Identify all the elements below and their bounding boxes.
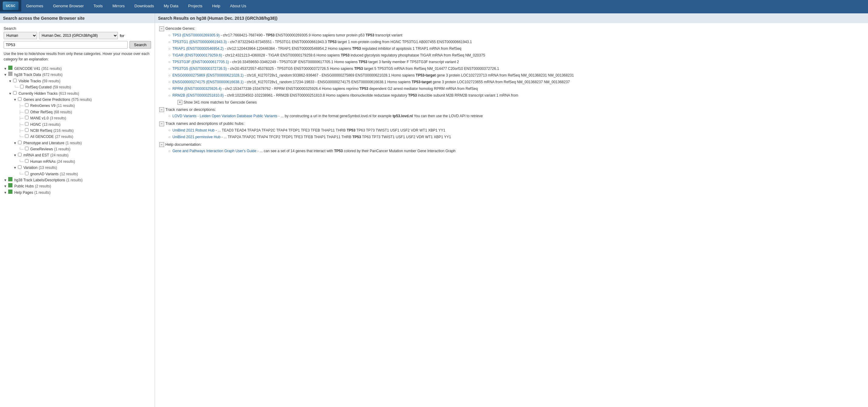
tree-toggle[interactable]: ▼: [4, 183, 7, 189]
link-triap1[interactable]: TRIAP1 (ENST00000546954.2): [172, 46, 224, 51]
collapse-help-docs[interactable]: −: [159, 142, 164, 147]
all-gencode-checkbox[interactable]: [25, 134, 29, 138]
collapse-gencode-genes[interactable]: −: [159, 26, 164, 31]
tree-toggle[interactable]: ▼: [8, 78, 12, 84]
link-gene-pathways[interactable]: Gene and Pathways Interaction Graph User…: [172, 149, 256, 153]
mrna-est-checkbox[interactable]: [18, 153, 22, 157]
tree-item-mane: ├─ MANE v1.0 (3 results): [4, 115, 151, 121]
track-names-list: ○ LOVD Variants - Leiden Open Variation …: [168, 113, 864, 119]
link-lovd[interactable]: LOVD Variants - Leiden Open Variation Da…: [172, 114, 277, 118]
result-unibind-permissive: ○ UniBind 2021 permissive Hub - ... TFAP…: [168, 134, 864, 140]
result-lovd: ○ LOVD Variants - Leiden Open Variation …: [168, 113, 864, 119]
tree-toggle[interactable]: ▼: [13, 152, 17, 158]
result-rrm2b: ○ RRM2B (ENST00000251810.8) - chr8:10220…: [168, 93, 864, 98]
green-icon: [8, 66, 12, 70]
visible-checkbox[interactable]: [13, 79, 17, 82]
result-ensg275869: ○ ENSG00000275869 (ENST00000621028.1) - …: [168, 73, 864, 78]
link-ensg275869[interactable]: ENSG00000275869 (ENST00000621028.1): [172, 73, 243, 77]
nav-tools[interactable]: Tools: [89, 0, 107, 11]
tree-toggle[interactable]: ▼: [13, 165, 17, 171]
tree-item-human-mrna: └─ Human mRNAs (24 results): [4, 159, 151, 165]
genome-select[interactable]: Human: [4, 32, 37, 39]
nav-my-data[interactable]: My Data: [159, 0, 183, 11]
genes-pred-checkbox[interactable]: [18, 97, 22, 101]
refseq-curated-checkbox[interactable]: [20, 85, 24, 89]
tree-item-retrogenes: ├─ RetroGenes V9 (11 results): [4, 103, 151, 109]
result-gene-pathways: ○ Gene and Pathways Interaction Graph Us…: [168, 148, 864, 154]
tree-item-visible: ▼ Visible Tracks (59 results): [4, 78, 151, 84]
logo: UCSC: [0, 0, 21, 11]
green-icon: [8, 190, 12, 194]
collapse-public-hubs[interactable]: −: [159, 122, 164, 126]
result-tp53tg5: ○ TP53TG5 (ENST00000372726.5) - chr20:45…: [168, 66, 864, 71]
tree-toggle[interactable]: ▼: [13, 97, 17, 103]
gnomad-checkbox[interactable]: [25, 172, 29, 175]
link-ensg274175[interactable]: ENSG00000274175 (ENST00000616638.1): [172, 80, 243, 84]
nav-about-us[interactable]: About Us: [225, 0, 251, 11]
tree-item-public-hubs: ▼ Public Hubs (2 results): [4, 183, 151, 189]
generev-checkbox[interactable]: [25, 147, 29, 150]
right-panel: Search Results on hg38 (Human Dec. 2013 …: [155, 13, 868, 407]
show-more-gencode-btn[interactable]: +: [178, 100, 182, 105]
tree-toggle[interactable]: ▼: [8, 91, 12, 97]
nav-genomes[interactable]: Genomes: [21, 0, 48, 11]
tree-item-track-labels: ▼ hg38 Track Labels/Descriptions (1 resu…: [4, 177, 151, 183]
gencode-genes-list: ○ TP53 (ENST00000269305.9) - chr17:76684…: [168, 33, 864, 105]
other-refseq-checkbox[interactable]: [25, 110, 29, 113]
tree-toggle[interactable]: ▼: [4, 177, 7, 183]
retrogenes-checkbox[interactable]: [25, 103, 29, 107]
tree-item-all-gencode: └─ All GENCODE (27 results): [4, 134, 151, 140]
phenotype-checkbox[interactable]: [18, 141, 22, 144]
tree-item-mrna-est: ▼ mRNA and EST (24 results): [4, 152, 151, 158]
link-unibind-robust[interactable]: UniBind 2021 Robust Hub: [172, 128, 215, 132]
human-mrna-checkbox[interactable]: [25, 159, 29, 163]
tree-toggle[interactable]: ▼: [4, 190, 7, 196]
nav-help[interactable]: Help: [207, 0, 225, 11]
nav-projects[interactable]: Projects: [183, 0, 207, 11]
result-tp53: ○ TP53 (ENST00000269305.9) - chr17:76684…: [168, 33, 864, 38]
link-tp53tg5[interactable]: TP53TG5 (ENST00000372726.5): [172, 67, 227, 71]
for-label: for: [120, 33, 124, 38]
link-tp53tg3f[interactable]: TP53TG3F (ENST00000617705.1): [172, 60, 229, 64]
link-rrm2b[interactable]: RRM2B (ENST00000251810.8): [172, 93, 224, 98]
result-tp53tg1: ○ TP53TG1 (ENST00000661943.3) - chr7:873…: [168, 39, 864, 45]
section-gencode-genes-header: − Gencode Genes:: [159, 26, 864, 31]
hidden-checkbox[interactable]: [13, 91, 17, 95]
nav-downloads[interactable]: Downloads: [129, 0, 159, 11]
nav-mirrors[interactable]: Mirrors: [107, 0, 129, 11]
tree-item-genes-pred: ▼ Genes and Gene Predictions (575 result…: [4, 97, 151, 103]
ncbi-refseq-checkbox[interactable]: [25, 128, 29, 132]
link-tp53[interactable]: TP53 (ENST00000269305.9): [172, 33, 219, 37]
tree-item-gencode: ▼ GENCODE V41 (351 results): [4, 66, 151, 72]
tree-toggle[interactable]: ▼: [4, 72, 7, 78]
link-unibind-permissive[interactable]: UniBind 2021 permissive Hub: [172, 135, 220, 139]
search-label: Search: [4, 26, 151, 31]
collapse-track-names[interactable]: −: [159, 107, 164, 112]
help-text: Use the tree to hide/show results from o…: [4, 51, 151, 62]
result-tp53tg3f: ○ TP53TG3F (ENST00000617705.1) - chr16:3…: [168, 59, 864, 65]
tree-item-hg38: ▼ hg38 Track Data (672 results): [4, 72, 151, 78]
link-tp53tg1[interactable]: TP53TG1 (ENST00000661943.3): [172, 40, 227, 44]
link-rprm[interactable]: RPRM (ENST00000325926.4): [172, 87, 222, 91]
section-public-hubs-header: − Track names and descriptions of public…: [159, 121, 864, 126]
result-ensg274175: ○ ENSG00000274175 (ENST00000616638.1) - …: [168, 79, 864, 85]
tree-toggle[interactable]: ▼: [4, 66, 7, 72]
search-button[interactable]: Search: [129, 41, 151, 48]
search-input[interactable]: [4, 41, 128, 48]
search-row: Search: [4, 41, 151, 48]
tree-item-hidden: ▼ Currently Hidden Tracks (613 results): [4, 91, 151, 97]
tree-item-other-refseq: ├─ Other RefSeq (68 results): [4, 109, 151, 115]
tree: ▼ GENCODE V41 (351 results) ▼ hg38 Track…: [4, 66, 151, 196]
tree-item-refseq-curated: └─ RefSeq Curated (59 results): [4, 84, 151, 90]
tree-item-gnomad: └─ gnomAD Variants (12 results): [4, 171, 151, 177]
link-tigar[interactable]: TIGAR (ENST00000179259.6): [172, 53, 222, 58]
public-hubs-list: ○ UniBind 2021 Robust Hub - ... TEAD3 TE…: [168, 128, 864, 140]
tree-item-ncbi-refseq: ├─ NCBI RefSeq (216 results): [4, 128, 151, 134]
assembly-select[interactable]: Human Dec. 2013 (GRCh38/hg38): [39, 32, 118, 39]
mane-checkbox[interactable]: [25, 116, 29, 120]
variation-checkbox[interactable]: [18, 165, 22, 169]
hgnc-checkbox[interactable]: [25, 122, 29, 126]
tree-toggle[interactable]: ▼: [13, 140, 17, 146]
nav-genome-browser[interactable]: Genome Browser: [48, 0, 88, 11]
help-docs-list: ○ Gene and Pathways Interaction Graph Us…: [168, 148, 864, 154]
